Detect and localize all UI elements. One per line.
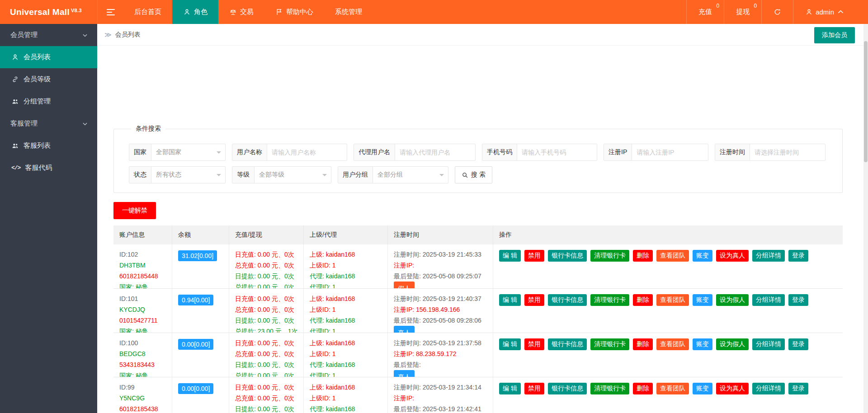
refresh-button[interactable]: [761, 0, 793, 24]
app-logo[interactable]: Universal Mall V8.3: [0, 0, 97, 24]
register-ip-input[interactable]: [632, 144, 708, 160]
row-actions: 编 辑禁用银行卡信息清理银行卡删除查看团队账变设为真人分组详情登录: [493, 377, 843, 413]
parent-id: 上级ID: 1: [310, 260, 384, 271]
action-disable-button[interactable]: 禁用: [524, 338, 544, 350]
action-edit-button[interactable]: 编 辑: [499, 294, 521, 306]
last-login: 最后登陆: 2025-05-08 09:25:07: [394, 271, 489, 282]
sidebar-item-member-level[interactable]: 会员等级: [0, 68, 97, 90]
nav-item-system[interactable]: 系统管理: [324, 0, 373, 24]
nav-item-dashboard[interactable]: 后台首页: [123, 0, 172, 24]
chevron-down-icon: [322, 174, 327, 178]
action-balance-change-button[interactable]: 账变: [693, 294, 712, 306]
action-set-fake-button[interactable]: 设为假人: [716, 338, 749, 350]
phone-filter: 手机号码: [482, 144, 597, 161]
action-clear-bank-card-button[interactable]: 清理银行卡: [590, 338, 629, 350]
action-bank-card-info-button[interactable]: 银行卡信息: [548, 383, 587, 394]
total-recharge: 总充值: 0.00 元、0次: [235, 348, 300, 359]
nav-item-help-center[interactable]: 帮助中心: [264, 0, 324, 24]
user-menu[interactable]: admin: [793, 0, 856, 24]
scrollbar-thumb[interactable]: [864, 41, 868, 162]
action-delete-button[interactable]: 删除: [633, 250, 653, 262]
action-login-button[interactable]: 登录: [788, 383, 808, 394]
action-balance-change-button[interactable]: 账变: [693, 250, 712, 262]
action-set-real-button[interactable]: 设为真人: [716, 383, 749, 394]
link-icon: [11, 75, 19, 83]
action-clear-bank-card-button[interactable]: 清理银行卡: [590, 294, 629, 306]
action-edit-button[interactable]: 编 辑: [499, 338, 521, 350]
chevron-up-icon: [837, 8, 844, 16]
nav-item-trade[interactable]: 交易: [218, 0, 264, 24]
column-header-register-time: 注册时间: [388, 225, 493, 244]
action-view-team-button[interactable]: 查看团队: [656, 250, 689, 262]
action-clear-bank-card-button[interactable]: 清理银行卡: [590, 383, 629, 394]
action-delete-button[interactable]: 删除: [633, 338, 653, 350]
table-row: ID:99 Y5NC9G 60182185438 国家: 秘鲁 0.00[0.0…: [113, 377, 843, 413]
balance-cell: 0.00[0.00]: [172, 377, 229, 413]
total-recharge: 总充值: 0.00 元、0次: [235, 304, 300, 315]
action-delete-button[interactable]: 删除: [633, 294, 653, 306]
action-login-button[interactable]: 登录: [788, 338, 808, 350]
action-set-real-button[interactable]: 设为真人: [716, 250, 749, 262]
unban-all-button[interactable]: 一键解禁: [113, 202, 156, 219]
action-login-button[interactable]: 登录: [788, 250, 808, 262]
member-country: 国家: 秘鲁: [119, 282, 168, 288]
sidebar-group-member-management[interactable]: 会员管理: [0, 24, 97, 46]
user-group-select[interactable]: 全部分组: [373, 167, 448, 183]
action-view-team-button[interactable]: 查看团队: [656, 338, 689, 350]
register-time-input[interactable]: [750, 144, 825, 160]
action-edit-button[interactable]: 编 辑: [499, 383, 521, 394]
action-group-detail-button[interactable]: 分组详情: [752, 294, 785, 306]
action-set-fake-button[interactable]: 设为假人: [716, 294, 749, 306]
level-select[interactable]: 全部等级: [255, 167, 331, 183]
action-edit-button[interactable]: 编 辑: [499, 250, 521, 262]
action-bank-card-info-button[interactable]: 银行卡信息: [548, 250, 587, 262]
sidebar-item-group-management[interactable]: 分组管理: [0, 90, 97, 113]
breadcrumb-separator-icon: ≫: [104, 31, 112, 39]
daily-withdraw: 日提款: 0.00 元、0次: [235, 271, 300, 282]
action-clear-bank-card-button[interactable]: 清理银行卡: [590, 250, 629, 262]
withdraw-count-badge: 0: [754, 3, 757, 9]
action-group-detail-button[interactable]: 分组详情: [752, 338, 785, 350]
agent-name: 代理: kaidan168: [310, 315, 384, 326]
username-input[interactable]: [267, 144, 347, 160]
parent-id: 上级ID: 1: [310, 348, 384, 359]
nav-item-roles[interactable]: 角色: [172, 0, 218, 24]
main-content: ≫ 会员列表 添加会员 条件搜索 国家 全部国家 用户名称 代: [97, 24, 863, 413]
add-member-button[interactable]: 添加会员: [814, 27, 855, 43]
parent-name: 上级: kaidan168: [310, 382, 384, 393]
sidebar-group-support-management[interactable]: 客服管理: [0, 113, 97, 135]
register-ip: 注册IP: 88.238.59.172: [394, 348, 489, 359]
action-disable-button[interactable]: 禁用: [524, 250, 544, 262]
sidebar-item-member-list[interactable]: 会员列表: [0, 46, 97, 68]
action-balance-change-button[interactable]: 账变: [693, 338, 712, 350]
agent-username-input[interactable]: [395, 144, 475, 160]
action-view-team-button[interactable]: 查看团队: [656, 383, 689, 394]
users-icon: [11, 142, 19, 150]
sidebar-item-support-code[interactable]: </> 客服代码: [0, 157, 97, 179]
action-bank-card-info-button[interactable]: 银行卡信息: [548, 294, 587, 306]
member-table-body: ID:102 DH3TBM 60182185448 国家: 秘鲁 31.02[0…: [113, 244, 843, 413]
status-select[interactable]: 所有状态: [151, 167, 225, 183]
action-disable-button[interactable]: 禁用: [524, 383, 544, 394]
withdraw-button[interactable]: 提现 0: [724, 0, 761, 24]
country-filter: 国家 全部国家: [129, 144, 226, 161]
sidebar-item-support-list[interactable]: 客服列表: [0, 135, 97, 157]
level-filter: 等级 全部等级: [232, 166, 331, 183]
action-view-team-button[interactable]: 查看团队: [656, 294, 689, 306]
action-group-detail-button[interactable]: 分组详情: [752, 250, 785, 262]
app-window: Universal Mall V8.3 后台首页 角色 交易 帮助中心 系: [0, 0, 868, 413]
action-disable-button[interactable]: 禁用: [524, 294, 544, 306]
menu-toggle-button[interactable]: [97, 0, 123, 24]
register-time: 注册时间: 2025-03-19 21:45:33: [394, 249, 489, 260]
action-login-button[interactable]: 登录: [788, 294, 808, 306]
country-select[interactable]: 全部国家: [151, 144, 225, 160]
action-balance-change-button[interactable]: 账变: [693, 383, 712, 394]
search-button[interactable]: 搜 索: [455, 166, 492, 183]
recharge-button[interactable]: 充值 0: [686, 0, 724, 24]
action-bank-card-info-button[interactable]: 银行卡信息: [548, 338, 587, 350]
chevron-down-icon: [217, 174, 221, 178]
action-delete-button[interactable]: 删除: [633, 383, 653, 394]
action-group-detail-button[interactable]: 分组详情: [752, 383, 785, 394]
balance-cell: 31.02[0.00]: [172, 244, 229, 288]
phone-input[interactable]: [517, 144, 597, 160]
